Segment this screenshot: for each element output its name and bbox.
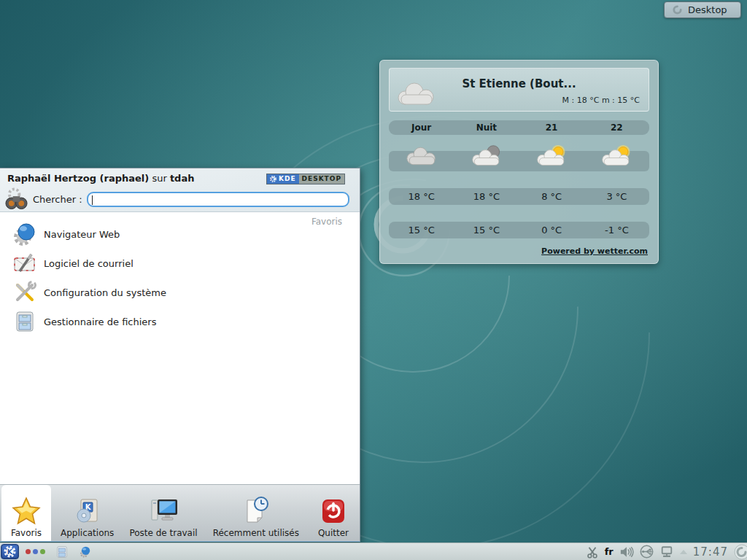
search-input[interactable]	[87, 192, 349, 207]
web-browser-icon	[79, 545, 92, 559]
tab-favoris[interactable]: Favoris	[1, 485, 51, 541]
cloudy-night-icon	[468, 144, 506, 168]
system-settings-icon	[13, 281, 36, 304]
network-monitor-icon[interactable]	[659, 545, 674, 559]
tab-label: Quitter	[318, 528, 349, 538]
search-label: Chercher :	[33, 194, 82, 205]
menu-item-label: Navigateur Web	[44, 229, 120, 240]
computer-icon	[148, 496, 179, 526]
badge-desktop-label: DESKTOP	[299, 174, 344, 184]
low-temp: 15 °C	[454, 225, 519, 236]
shutdown-icon	[318, 496, 349, 526]
menu-item-system-settings[interactable]: Configuration du système	[0, 278, 360, 307]
launcher-web-browser[interactable]	[79, 545, 92, 559]
file-manager-icon	[55, 545, 69, 559]
high-temp: 8 °C	[519, 191, 584, 202]
tab-label: Applications	[61, 528, 114, 538]
menu-item-label: Logiciel de courriel	[44, 258, 133, 269]
file-manager-icon	[13, 310, 36, 333]
device-notifier-usb-icon[interactable]	[640, 545, 654, 559]
web-browser-icon	[13, 222, 36, 246]
cashew-icon	[672, 4, 683, 15]
weather-high-temps: 18 °C 18 °C 8 °C 3 °C	[389, 188, 649, 205]
weather-col-22: 22	[584, 122, 649, 133]
weather-condition-icons	[389, 151, 649, 171]
green-dot-icon	[40, 549, 45, 554]
weather-low-temps: 15 °C 15 °C 0 °C -1 °C	[389, 222, 649, 238]
user-name: Raphaël Hertzog (raphael)	[7, 173, 149, 184]
weather-minmax: M : 18 °C m : 15 °C	[562, 96, 640, 105]
panel-cashew-icon[interactable]	[734, 544, 747, 560]
weather-widget: St Etienne (Bout... M : 18 °C m : 15 °C …	[379, 60, 659, 264]
weather-col-21: 21	[519, 122, 584, 133]
blue-dot-icon	[33, 549, 38, 554]
email-icon	[13, 252, 36, 275]
cloudy-icon	[394, 80, 439, 108]
red-dot-icon	[26, 549, 31, 554]
kickoff-tab-bar: Favoris K Applications Poste de t	[0, 484, 360, 541]
search-binoculars-icon	[4, 187, 28, 211]
star-icon	[11, 496, 42, 526]
weather-col-nuit: Nuit	[454, 122, 519, 133]
desktop-toolbox-button[interactable]: Desktop	[664, 1, 741, 18]
kde-logo-icon: K KDE	[267, 174, 299, 184]
wetter-credit-link[interactable]: Powered by wetter.com	[541, 246, 648, 256]
partly-sunny-icon	[597, 144, 635, 168]
digital-clock[interactable]: 17:47	[693, 545, 728, 559]
menu-item-label: Configuration du système	[44, 287, 166, 298]
menu-item-email[interactable]: Logiciel de courriel	[0, 249, 360, 278]
volume-icon[interactable]	[619, 545, 634, 559]
low-temp: 15 °C	[389, 225, 454, 236]
klipper-scissors-icon[interactable]	[586, 545, 599, 559]
recent-documents-icon	[241, 496, 271, 526]
system-tray: fr 17:47	[586, 544, 747, 560]
svg-text:K: K	[7, 548, 13, 556]
kickoff-menu: Raphaël Hertzog (raphael) sur tdah K KDE…	[0, 168, 360, 542]
tab-label: Poste de travail	[129, 528, 197, 538]
low-temp: -1 °C	[584, 225, 649, 236]
menu-item-label: Gestionnaire de fichiers	[44, 316, 156, 327]
kickoff-favorites-view: Favoris Navigateur Web Logiciel de courr…	[0, 212, 360, 484]
weather-column-headers: Jour Nuit 21 22	[389, 120, 649, 135]
kickoff-header: Raphaël Hertzog (raphael) sur tdah K KDE…	[0, 168, 360, 212]
high-temp: 18 °C	[454, 191, 519, 202]
high-temp: 3 °C	[584, 191, 649, 202]
tab-applications[interactable]: K Applications	[55, 485, 120, 541]
badge-kde-label: KDE	[279, 174, 296, 184]
kde-desktop-badge: K KDE DESKTOP	[266, 174, 345, 184]
cloudy-icon	[403, 144, 441, 168]
kmenu-button[interactable]: K	[1, 544, 19, 559]
applications-icon: K	[72, 496, 103, 526]
text-caret	[92, 195, 93, 205]
tab-label: Récemment utilisés	[213, 528, 299, 538]
host-name: tdah	[170, 173, 195, 184]
weather-col-jour: Jour	[389, 122, 454, 133]
activity-pager-dots[interactable]	[26, 549, 45, 554]
tab-quitter[interactable]: Quitter	[309, 485, 358, 541]
tray-expand-arrow-icon[interactable]	[680, 550, 687, 554]
tab-poste-de-travail[interactable]: Poste de travail	[123, 485, 203, 541]
launcher-file-manager[interactable]	[55, 545, 69, 559]
section-title: Favoris	[311, 217, 342, 227]
svg-text:K: K	[271, 176, 275, 182]
high-temp: 18 °C	[389, 191, 454, 202]
bottom-panel: K fr	[0, 542, 747, 560]
menu-item-file-manager[interactable]: Gestionnaire de fichiers	[0, 307, 360, 336]
partly-sunny-icon	[533, 144, 570, 168]
tab-recemment-utilises[interactable]: Récemment utilisés	[207, 485, 305, 541]
menu-item-web-browser[interactable]: Navigateur Web	[0, 219, 360, 249]
low-temp: 0 °C	[519, 225, 584, 236]
weather-header: St Etienne (Bout... M : 18 °C m : 15 °C	[389, 68, 649, 112]
user-connector: sur	[152, 173, 166, 184]
kde-gear-icon: K	[4, 545, 16, 558]
keyboard-layout-indicator[interactable]: fr	[605, 546, 614, 557]
desktop-toolbox-label: Desktop	[688, 4, 727, 15]
tab-label: Favoris	[11, 528, 42, 538]
